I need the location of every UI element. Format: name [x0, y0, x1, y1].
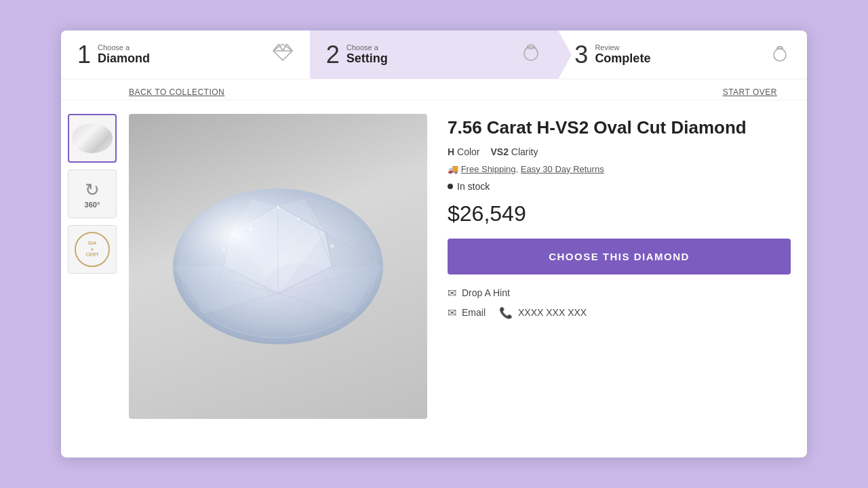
step-2-subtitle: Choose a — [347, 43, 388, 52]
cert-text: GIA♦CERT — [85, 241, 98, 258]
color-spec: H Color — [448, 146, 479, 157]
start-over-link[interactable]: START OVER — [723, 87, 777, 97]
step-2-number: 2 — [326, 43, 340, 67]
main-card: 1 Choose a Diamond 2 Choose a — [61, 30, 807, 458]
stock-status: In stock — [448, 181, 791, 192]
drop-hint-label: Drop A Hint — [462, 287, 510, 298]
step-2-setting[interactable]: 2 Choose a Setting — [310, 30, 559, 79]
product-specs: H Color VS2 Clarity — [448, 146, 791, 157]
ring-step-icon — [520, 41, 542, 68]
svg-point-51 — [297, 218, 300, 220]
step-3-text: Review Complete — [595, 43, 650, 66]
step-1-text: Choose a Diamond — [98, 43, 150, 66]
diamond-step-icon — [272, 43, 294, 66]
diamond-svg — [163, 178, 393, 354]
svg-point-52 — [222, 248, 225, 251]
360-content: ↻ 360° — [85, 180, 100, 209]
nav-links: BACK TO COLLECTION START OVER — [61, 79, 807, 100]
main-diamond-image[interactable] — [129, 114, 427, 419]
thumbnail-diamond-image[interactable] — [68, 114, 117, 163]
thumbnail-list: ↻ 360° GIA♦CERT — [61, 100, 129, 432]
product-info-panel: 7.56 Carat H-VS2 Oval Cut Diamond H Colo… — [434, 100, 807, 432]
step-3-subtitle: Review — [595, 43, 650, 52]
back-to-collection-link[interactable]: BACK TO COLLECTION — [129, 87, 224, 97]
step-3-title: Complete — [595, 52, 650, 66]
phone-label: XXXX XXX XXX — [518, 307, 587, 318]
truck-icon: 🚚 — [448, 164, 458, 174]
clarity-label: VS2 — [490, 146, 508, 157]
email-label: Email — [462, 307, 486, 318]
thumbnail-360-view[interactable]: ↻ 360° — [68, 169, 117, 218]
returns-link[interactable]: Easy 30 Day Returns — [521, 164, 604, 174]
360-label: 360° — [85, 201, 100, 209]
svg-point-53 — [331, 245, 334, 248]
step-arrow — [558, 30, 572, 79]
cert-badge: GIA♦CERT — [75, 232, 110, 267]
action-links: ✉ Drop A Hint ✉ Email 📞 XXXX XXX XXX — [448, 287, 791, 319]
product-price: $26,549 — [448, 201, 791, 226]
drop-hint-link[interactable]: ✉ Drop A Hint — [448, 287, 791, 300]
stock-dot — [448, 184, 453, 189]
step-2-title: Setting — [347, 52, 388, 66]
svg-point-49 — [173, 188, 383, 344]
svg-point-10 — [774, 49, 786, 61]
thumbnail-cert[interactable]: GIA♦CERT — [68, 225, 117, 274]
product-title: 7.56 Carat H-VS2 Oval Cut Diamond — [448, 117, 791, 140]
svg-point-56 — [231, 226, 285, 266]
complete-step-icon — [769, 41, 791, 68]
phone-icon: 📞 — [499, 306, 513, 319]
step-1-diamond[interactable]: 1 Choose a Diamond — [61, 30, 310, 79]
step-1-number: 1 — [77, 43, 91, 67]
step-1-title: Diamond — [98, 52, 150, 66]
diamond-oval-thumb — [72, 123, 113, 153]
color-desc: Color — [457, 146, 479, 157]
shipping-separator: , — [516, 164, 521, 174]
free-shipping-link[interactable]: Free Shipping — [461, 164, 516, 174]
svg-point-55 — [264, 263, 332, 310]
step-2-text: Choose a Setting — [347, 43, 388, 66]
email-icon: ✉ — [448, 306, 456, 319]
email-phone-link[interactable]: ✉ Email 📞 XXXX XXX XXX — [448, 306, 791, 319]
stock-label: In stock — [457, 181, 490, 192]
choose-diamond-button[interactable]: CHOOSE THIS DIAMOND — [448, 239, 791, 274]
svg-rect-11 — [778, 47, 782, 49]
rotate-icon: ↻ — [85, 180, 100, 201]
envelope-icon: ✉ — [448, 287, 456, 300]
stepper: 1 Choose a Diamond 2 Choose a — [61, 30, 807, 79]
shipping-line: 🚚 Free Shipping, Easy 30 Day Returns — [448, 164, 791, 174]
clarity-spec: VS2 Clarity — [490, 146, 538, 157]
step-3-complete[interactable]: 3 Review Complete — [558, 30, 807, 79]
color-label: H — [448, 146, 454, 157]
clarity-desc: Clarity — [511, 146, 538, 157]
main-content: ↻ 360° GIA♦CERT — [61, 100, 807, 432]
step-3-number: 3 — [574, 43, 588, 67]
step-1-subtitle: Choose a — [98, 43, 150, 52]
